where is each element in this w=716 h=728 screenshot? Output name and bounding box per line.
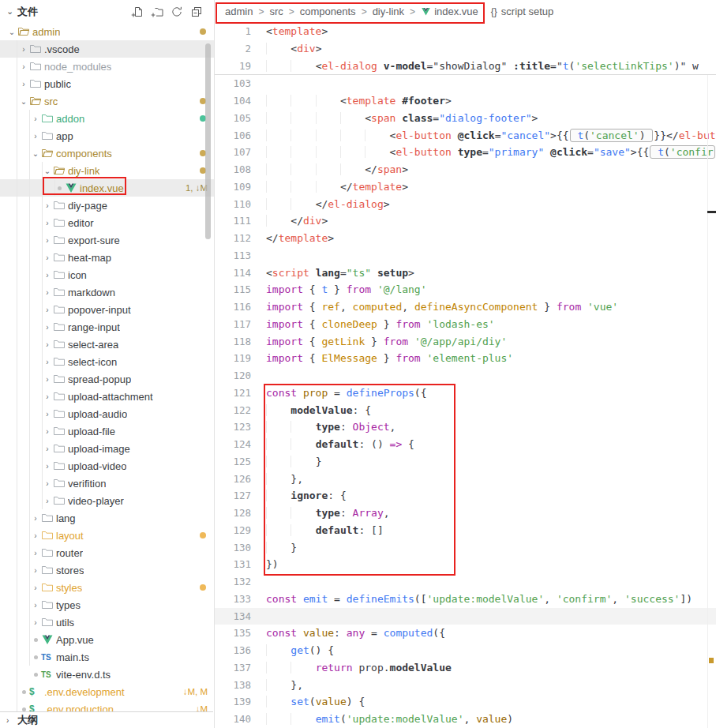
- sidebar-scrollbar[interactable]: [205, 43, 211, 239]
- tree-item-stores[interactable]: ›stores: [0, 561, 214, 579]
- tree-item-upload-image[interactable]: ›upload-image: [0, 440, 214, 457]
- tree-item-spread-popup[interactable]: ›spread-popup: [0, 370, 214, 388]
- editor-scrollbar[interactable]: [707, 75, 708, 728]
- code-line-109[interactable]: 109 </template>: [215, 178, 716, 196]
- tree-item-diy-page[interactable]: ›diy-page: [0, 197, 214, 214]
- code-line-103[interactable]: 103: [215, 75, 716, 92]
- code-line-126[interactable]: 126 },: [215, 471, 716, 488]
- tree-item-index.vue[interactable]: index.vue1, ↓M: [0, 179, 214, 197]
- collapse-all-icon[interactable]: [190, 6, 203, 18]
- tree-item-editor[interactable]: ›editor: [0, 214, 214, 231]
- tree-item-label: select-area: [68, 339, 118, 351]
- breadcrumb-item-admin[interactable]: admin: [225, 6, 253, 17]
- code-line-108[interactable]: 108 </span>: [215, 161, 716, 178]
- tree-item-heat-map[interactable]: ›heat-map: [0, 249, 214, 266]
- tree-item-App.vue[interactable]: App.vue: [0, 631, 214, 648]
- tree-item-range-input[interactable]: ›range-input: [0, 318, 214, 336]
- refresh-icon[interactable]: [171, 6, 183, 18]
- breadcrumb-item-components[interactable]: components: [300, 6, 356, 17]
- code-line-19[interactable]: 19 <el-dialog v-model="showDialog" :titl…: [215, 58, 716, 75]
- code-line-112[interactable]: 112</template>: [215, 230, 716, 247]
- code-line-132[interactable]: 132: [215, 573, 716, 591]
- tree-item-public[interactable]: ›public: [0, 75, 214, 92]
- tree-item-video-player[interactable]: ›video-player: [0, 492, 214, 509]
- code-line-135[interactable]: 135const value: any = computed({: [215, 625, 716, 642]
- code-line-122[interactable]: 122 modelValue: {: [215, 402, 716, 419]
- breadcrumb-item-diy-link[interactable]: diy-link: [373, 6, 404, 17]
- tree-item-diy-link[interactable]: ⌄diy-link: [0, 162, 214, 179]
- tree-item-admin[interactable]: ⌄admin: [0, 23, 214, 40]
- code-line-106[interactable]: 106 <el-button @click="cancel">{{ t('can…: [215, 127, 716, 144]
- line-number: 135: [215, 625, 251, 642]
- code-line-111[interactable]: 111 </div>: [215, 212, 716, 230]
- code-line-115[interactable]: 115import { t } from '@/lang': [215, 281, 716, 298]
- tree-item-styles[interactable]: ›styles: [0, 579, 214, 596]
- code-line-113[interactable]: 113: [215, 247, 716, 265]
- new-folder-icon[interactable]: [151, 6, 163, 18]
- tree-item-types[interactable]: ›types: [0, 596, 214, 614]
- tree-item-export-sure[interactable]: ›export-sure: [0, 231, 214, 249]
- tree-item-select-icon[interactable]: ›select-icon: [0, 353, 214, 370]
- tree-item-components[interactable]: ⌄components: [0, 144, 214, 162]
- tree-item-src[interactable]: ⌄src: [0, 92, 214, 110]
- code-line-107[interactable]: 107 <el-button type="primary" @click="sa…: [215, 144, 716, 161]
- tree-item-node-modules[interactable]: ›node_modules: [0, 58, 214, 75]
- tree-item-select-area[interactable]: ›select-area: [0, 336, 214, 353]
- code-line-128[interactable]: 128 type: Array,: [215, 505, 716, 522]
- code-line-119[interactable]: 119import { ElMessage } from 'element-pl…: [215, 350, 716, 367]
- code-line-139[interactable]: 139 set(value) {: [215, 693, 716, 711]
- tree-item-layout[interactable]: ›layout: [0, 527, 214, 544]
- outline-section[interactable]: › 大纲: [0, 711, 213, 728]
- code-line-105[interactable]: 105 <span class="dialog-footer">: [215, 110, 716, 127]
- code-line-134[interactable]: 134: [215, 608, 716, 625]
- tree-item-router[interactable]: ›router: [0, 544, 214, 561]
- indent-guide: [17, 40, 17, 711]
- new-file-icon[interactable]: [131, 6, 144, 18]
- code-line-127[interactable]: 127 ignore: {: [215, 487, 716, 505]
- tree-item-verifition[interactable]: ›verifition: [0, 475, 214, 492]
- code-line-118[interactable]: 118import { getLink } from '@/app/api/di…: [215, 333, 716, 351]
- code-line-2[interactable]: 2 <div>: [215, 40, 716, 58]
- code-line-123[interactable]: 123 type: Object,: [215, 418, 716, 436]
- line-number: 139: [215, 693, 251, 711]
- file-status-dot: [34, 655, 38, 659]
- tree-item-addon[interactable]: ›addon: [0, 110, 214, 127]
- tree-item-upload-audio[interactable]: ›upload-audio: [0, 405, 214, 422]
- breadcrumb-item-index.vue[interactable]: index.vue: [421, 6, 478, 17]
- code-line-136[interactable]: 136 get() {: [215, 642, 716, 659]
- folder-open-icon: [17, 25, 32, 38]
- tree-item-lang[interactable]: ›lang: [0, 509, 214, 527]
- breadcrumb-item-src[interactable]: src: [269, 6, 283, 17]
- code-line-121[interactable]: 121const prop = defineProps({: [215, 385, 716, 402]
- code-line-120[interactable]: 120: [215, 367, 716, 385]
- code-line-1[interactable]: 1<template>: [215, 23, 716, 40]
- code-line-137[interactable]: 137 return prop.modelValue: [215, 659, 716, 677]
- tree-item-.vscode[interactable]: ›.vscode: [0, 40, 214, 58]
- tree-item-.env.development[interactable]: $.env.development↓M, M: [0, 683, 214, 700]
- code-line-140[interactable]: 140 emit('update:modelValue', value): [215, 711, 716, 728]
- tree-item-icon[interactable]: ›icon: [0, 266, 214, 283]
- code-line-131[interactable]: 131}): [215, 556, 716, 573]
- code-line-110[interactable]: 110 </el-dialog>: [215, 196, 716, 213]
- code-line-117[interactable]: 117import { cloneDeep } from 'lodash-es': [215, 316, 716, 333]
- code-line-104[interactable]: 104 <template #footer>: [215, 92, 716, 110]
- tree-item-popover-input[interactable]: ›popover-input: [0, 301, 214, 318]
- code-line-129[interactable]: 129 default: []: [215, 522, 716, 539]
- symbol-breadcrumb[interactable]: {}script setup: [491, 6, 554, 17]
- tree-item-main.ts[interactable]: TSmain.ts: [0, 648, 214, 666]
- code-line-125[interactable]: 125 }: [215, 453, 716, 471]
- code-line-130[interactable]: 130 }: [215, 539, 716, 557]
- tree-item-app[interactable]: ›app: [0, 127, 214, 144]
- tree-item-upload-attachment[interactable]: ›upload-attachment: [0, 388, 214, 405]
- tree-item-markdown[interactable]: ›markdown: [0, 283, 214, 301]
- code-line-114[interactable]: 114<script lang="ts" setup>: [215, 265, 716, 282]
- chevron-down-icon[interactable]: ⌄: [6, 6, 17, 17]
- code-line-116[interactable]: 116import { ref, computed, defineAsyncCo…: [215, 298, 716, 316]
- tree-item-upload-video[interactable]: ›upload-video: [0, 457, 214, 475]
- code-line-133[interactable]: 133const emit = defineEmits(['update:mod…: [215, 591, 716, 608]
- tree-item-upload-file[interactable]: ›upload-file: [0, 422, 214, 440]
- code-line-138[interactable]: 138 },: [215, 677, 716, 694]
- code-line-124[interactable]: 124 default: () => {: [215, 436, 716, 453]
- tree-item-utils[interactable]: ›utils: [0, 614, 214, 631]
- tree-item-vite-env.d.ts[interactable]: TSvite-env.d.ts: [0, 666, 214, 683]
